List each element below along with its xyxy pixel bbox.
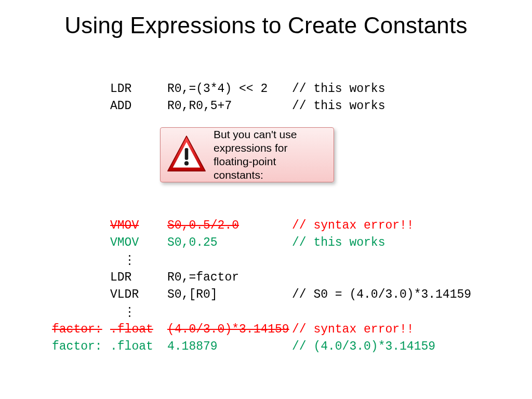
code-op: ADD — [110, 98, 167, 115]
code-arg: S0,[R0] — [167, 286, 292, 303]
code-line: factor:.float4.18879// (4.0/3.0)*3.14159 — [52, 338, 509, 355]
code-line: ADDR0,R0,5+7// this works — [52, 98, 509, 115]
code-arg: R0,=(3*4) << 2 — [167, 81, 292, 98]
code-label: factor: — [52, 321, 110, 338]
code-op: VMOV — [110, 217, 167, 234]
code-line: factor:.float(4.0/3.0)*3.14159// syntax … — [52, 321, 509, 338]
code-comment: // (4.0/3.0)*3.14159 — [292, 338, 435, 355]
code-label: factor: — [52, 338, 110, 355]
code-listing-top: LDRR0,=(3*4) << 2// this worksADDR0,R0,5… — [52, 81, 509, 115]
code-line: VLDRS0,[R0]// S0 = (4.0/3.0)*3.14159 — [52, 286, 509, 303]
code-comment: // S0 = (4.0/3.0)*3.14159 — [292, 286, 471, 303]
code-line: LDRR0,=(3*4) << 2// this works — [52, 81, 509, 98]
code-arg: S0,0.5/2.0 — [167, 217, 292, 234]
code-comment: // this works — [292, 98, 385, 115]
vertical-ellipsis: ⋮ — [110, 252, 168, 269]
code-op: .float — [110, 321, 167, 338]
slide: Using Expressions to Create Constants LD… — [0, 0, 532, 399]
code-arg: (4.0/3.0)*3.14159 — [167, 321, 292, 338]
code-arg: R0,R0,5+7 — [167, 98, 292, 115]
code-arg: S0,0.25 — [167, 234, 292, 251]
code-comment: // this works — [292, 234, 385, 251]
code-line: LDRR0,=factor — [52, 269, 509, 286]
code-listing-bottom: VMOVS0,0.5/2.0// syntax error!!VMOVS0,0.… — [52, 217, 509, 356]
page-title: Using Expressions to Create Constants — [0, 12, 532, 38]
code-line: ⋮ — [52, 252, 509, 269]
code-op: LDR — [110, 81, 167, 98]
code-arg: R0,=factor — [167, 269, 292, 286]
vertical-ellipsis: ⋮ — [110, 304, 168, 321]
code-comment: // this works — [292, 81, 385, 98]
code-op: VLDR — [110, 286, 167, 303]
warning-message: But you can't use expressions for floati… — [214, 128, 327, 182]
code-op: VMOV — [110, 234, 167, 251]
code-op: LDR — [110, 269, 167, 286]
code-line: VMOVS0,0.25// this works — [52, 234, 509, 251]
svg-point-1 — [184, 161, 189, 165]
code-comment: // syntax error!! — [292, 217, 414, 234]
code-arg: 4.18879 — [167, 338, 292, 355]
svg-rect-0 — [185, 148, 189, 160]
code-op: .float — [110, 338, 167, 355]
code-comment: // syntax error!! — [292, 321, 414, 338]
code-line: ⋮ — [52, 304, 509, 321]
warning-triangle-icon — [164, 132, 209, 178]
code-line: VMOVS0,0.5/2.0// syntax error!! — [52, 217, 509, 234]
warning-callout: But you can't use expressions for floati… — [160, 127, 334, 182]
